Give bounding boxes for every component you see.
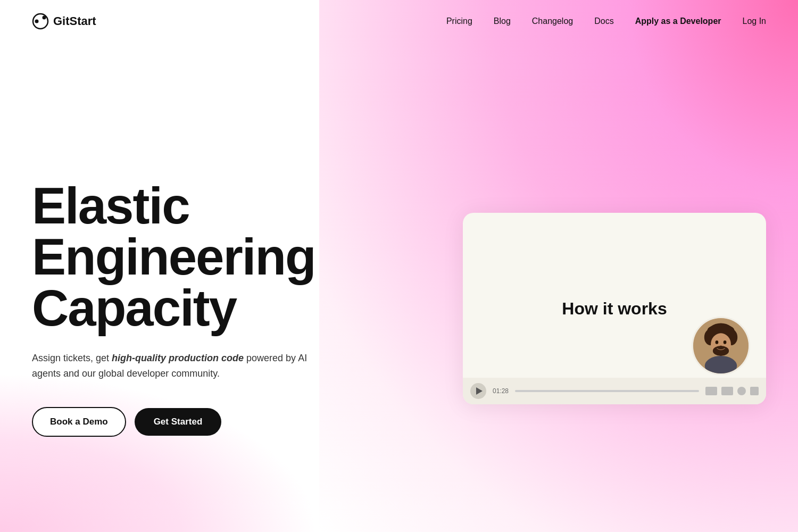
- nav-changelog[interactable]: Changelog: [532, 16, 573, 26]
- nav-login[interactable]: Log In: [743, 16, 766, 26]
- picture-in-picture-icon[interactable]: [721, 387, 733, 395]
- navbar: GitStart Pricing Blog Changelog Docs App…: [0, 0, 798, 43]
- video-title: How it works: [562, 299, 667, 319]
- book-demo-button[interactable]: Book a Demo: [32, 407, 126, 437]
- video-avatar: [692, 317, 750, 375]
- nav-apply-developer[interactable]: Apply as a Developer: [635, 16, 721, 26]
- gitstart-logo-icon: [32, 13, 49, 30]
- video-section: How it works: [463, 213, 766, 404]
- svg-point-1: [35, 20, 39, 23]
- video-card[interactable]: How it works: [463, 213, 766, 404]
- get-started-button[interactable]: Get Started: [135, 408, 222, 436]
- nav-links: Pricing Blog Changelog Docs Apply as a D…: [446, 16, 766, 26]
- svg-point-10: [716, 340, 719, 344]
- fullscreen-icon[interactable]: [750, 387, 759, 395]
- svg-point-13: [713, 346, 729, 356]
- video-control-icons: [705, 387, 759, 395]
- hero-subtitle: Assign tickets, get high-quality product…: [32, 351, 309, 381]
- subtitle-bold: high-quality production code: [112, 353, 244, 363]
- subtitle-plain1: Assign tickets, get: [32, 353, 112, 363]
- nav-docs[interactable]: Docs: [594, 16, 613, 26]
- svg-point-2: [43, 16, 46, 20]
- hero-section: Elastic Engineering Capacity Assign tick…: [0, 43, 798, 532]
- logo-link[interactable]: GitStart: [32, 13, 96, 30]
- nav-blog[interactable]: Blog: [494, 16, 511, 26]
- subtitles-icon[interactable]: [705, 387, 717, 395]
- progress-bar[interactable]: [515, 390, 699, 392]
- video-controls: 01:28: [463, 378, 766, 404]
- person-avatar-svg: [693, 318, 749, 373]
- svg-point-11: [724, 340, 727, 344]
- hero-title: Elastic Engineering Capacity: [32, 180, 309, 334]
- play-icon: [476, 387, 483, 395]
- hero-content: Elastic Engineering Capacity Assign tick…: [32, 180, 309, 437]
- play-button[interactable]: [470, 383, 486, 399]
- hero-buttons: Book a Demo Get Started: [32, 407, 309, 437]
- logo-text: GitStart: [53, 14, 96, 28]
- video-timestamp: 01:28: [493, 387, 509, 395]
- settings-icon[interactable]: [737, 387, 746, 395]
- nav-pricing[interactable]: Pricing: [446, 16, 472, 26]
